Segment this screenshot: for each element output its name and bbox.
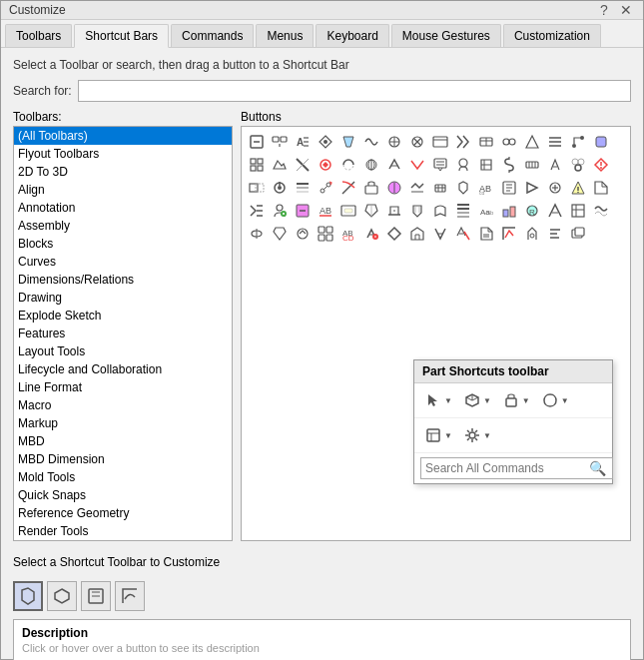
search-input[interactable] xyxy=(78,80,631,102)
button-icon[interactable] xyxy=(544,154,566,176)
button-icon[interactable] xyxy=(315,223,336,245)
button-icon[interactable] xyxy=(452,200,474,222)
button-icon[interactable] xyxy=(337,154,359,176)
button-icon[interactable] xyxy=(590,200,612,222)
button-icon[interactable] xyxy=(590,131,612,153)
help-button[interactable]: ? xyxy=(595,1,613,19)
sketch-shortcut-button[interactable] xyxy=(115,581,145,611)
toolbar-item[interactable]: Render Tools xyxy=(14,522,232,540)
button-icon[interactable] xyxy=(337,131,359,153)
button-icon[interactable] xyxy=(383,177,405,199)
toolbar-item[interactable]: Reference Geometry xyxy=(14,504,232,522)
button-icon[interactable] xyxy=(360,154,382,176)
button-icon[interactable]: AaBb xyxy=(475,200,497,222)
tab-menus[interactable]: Menus xyxy=(256,24,314,47)
button-icon[interactable] xyxy=(315,177,336,199)
button-icon[interactable] xyxy=(498,154,520,176)
popup-icon-cursor[interactable]: ▼ xyxy=(420,387,455,413)
button-icon[interactable] xyxy=(475,131,497,153)
toolbar-item[interactable]: Blocks xyxy=(14,235,232,253)
toolbar-item[interactable]: Flyout Toolbars xyxy=(14,145,232,163)
button-icon[interactable] xyxy=(429,131,451,153)
button-icon[interactable] xyxy=(337,200,359,222)
button-icon[interactable] xyxy=(246,177,268,199)
close-button[interactable]: ✕ xyxy=(617,1,635,19)
button-icon[interactable] xyxy=(429,154,451,176)
button-icon[interactable] xyxy=(544,177,566,199)
button-icon[interactable] xyxy=(269,200,291,222)
button-icon[interactable] xyxy=(498,223,520,245)
button-icon[interactable] xyxy=(590,154,612,176)
button-icon[interactable] xyxy=(544,131,566,153)
toolbar-item[interactable]: Dimensions/Relations xyxy=(14,271,232,289)
toolbar-item[interactable]: 2D To 3D xyxy=(14,163,232,181)
button-icon[interactable] xyxy=(315,131,336,153)
button-icon[interactable] xyxy=(521,154,543,176)
toolbar-item[interactable]: Drawing xyxy=(14,289,232,307)
tab-keyboard[interactable]: Keyboard xyxy=(316,24,388,47)
button-icon[interactable]: R xyxy=(521,200,543,222)
button-icon[interactable] xyxy=(452,131,474,153)
toolbar-item[interactable]: Line Format xyxy=(14,378,232,396)
button-icon[interactable] xyxy=(383,154,405,176)
toolbar-item[interactable]: Explode Sketch xyxy=(14,307,232,325)
button-icon[interactable] xyxy=(246,223,268,245)
toolbar-item[interactable]: Lifecycle and Collaboration xyxy=(14,360,232,378)
toolbar-item[interactable]: MBD xyxy=(14,432,232,450)
drawing-shortcut-button[interactable] xyxy=(81,581,111,611)
button-icon[interactable] xyxy=(521,223,543,245)
button-icon[interactable] xyxy=(429,223,451,245)
toolbar-item[interactable]: Curves xyxy=(14,253,232,271)
button-icon[interactable] xyxy=(246,200,268,222)
button-icon[interactable] xyxy=(269,154,291,176)
toolbar-item[interactable]: (All Toolbars) xyxy=(14,127,232,145)
button-icon[interactable] xyxy=(360,200,382,222)
button-icon[interactable]: AB xyxy=(315,200,336,222)
button-icon[interactable] xyxy=(475,154,497,176)
button-icon[interactable] xyxy=(292,223,314,245)
button-icon[interactable] xyxy=(498,200,520,222)
button-icon[interactable] xyxy=(360,223,382,245)
button-icon[interactable] xyxy=(429,177,451,199)
button-icon[interactable] xyxy=(567,223,589,245)
part-shortcut-button[interactable] xyxy=(13,581,43,611)
button-icon[interactable] xyxy=(406,223,428,245)
button-icon[interactable] xyxy=(406,154,428,176)
toolbar-item[interactable]: Assembly xyxy=(14,217,232,235)
button-icon[interactable] xyxy=(246,154,268,176)
button-icon[interactable] xyxy=(475,223,497,245)
button-icon[interactable] xyxy=(406,131,428,153)
button-icon[interactable] xyxy=(246,131,268,153)
assembly-shortcut-button[interactable] xyxy=(47,581,77,611)
button-icon[interactable] xyxy=(544,200,566,222)
popup-icon-settings[interactable]: ▼ xyxy=(459,422,494,448)
button-icon[interactable] xyxy=(269,131,291,153)
popup-icon-view[interactable]: ▼ xyxy=(420,422,455,448)
button-icon[interactable] xyxy=(498,177,520,199)
button-icon[interactable] xyxy=(383,223,405,245)
toolbar-item[interactable]: Features xyxy=(14,325,232,342)
toolbar-item[interactable]: Mold Tools xyxy=(14,468,232,486)
button-icon[interactable] xyxy=(567,154,589,176)
button-icon[interactable]: ABcd xyxy=(475,177,497,199)
button-icon[interactable] xyxy=(521,131,543,153)
tab-commands[interactable]: Commands xyxy=(171,24,254,47)
button-icon[interactable] xyxy=(406,200,428,222)
toolbar-item[interactable]: Markup xyxy=(14,414,232,432)
button-icon[interactable] xyxy=(521,177,543,199)
button-icon[interactable] xyxy=(292,154,314,176)
button-icon[interactable] xyxy=(567,177,589,199)
button-icon[interactable] xyxy=(315,154,336,176)
button-icon[interactable] xyxy=(383,200,405,222)
popup-icon-cube[interactable]: ▼ xyxy=(459,387,494,413)
button-icon[interactable] xyxy=(292,200,314,222)
tab-shortcut-bars[interactable]: Shortcut Bars xyxy=(74,24,169,48)
toolbar-item[interactable]: Quick Snaps xyxy=(14,486,232,504)
button-icon[interactable]: ABCD xyxy=(337,223,359,245)
button-icon[interactable] xyxy=(269,177,291,199)
button-icon[interactable] xyxy=(590,177,612,199)
button-icon[interactable] xyxy=(269,223,291,245)
button-icon[interactable]: A xyxy=(292,131,314,153)
toolbar-item[interactable]: Annotation xyxy=(14,199,232,217)
button-icon[interactable] xyxy=(498,131,520,153)
